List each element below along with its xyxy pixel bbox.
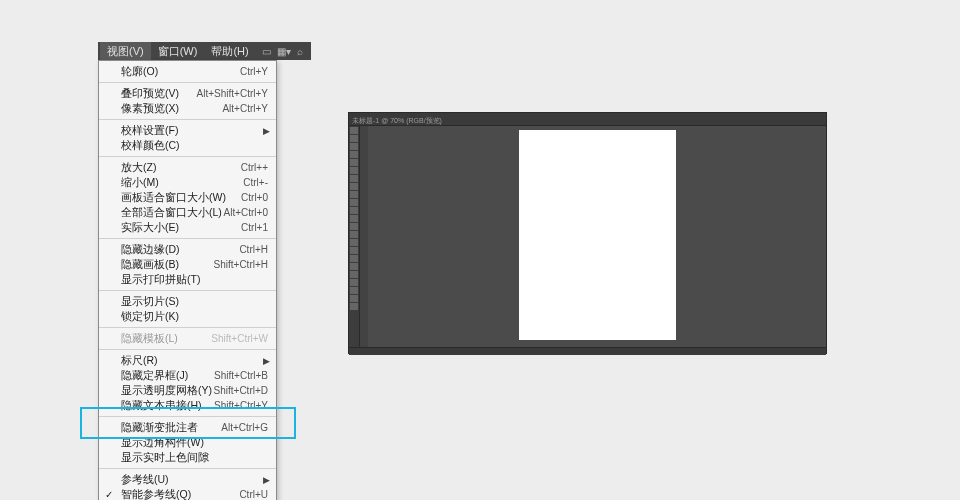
menu-item[interactable]: 显示透明度网格(Y)Shift+Ctrl+D: [99, 383, 276, 398]
menu-item[interactable]: 全部适合窗口大小(L)Alt+Ctrl+0: [99, 205, 276, 220]
menu-item-label: 显示边角构件(W): [121, 436, 268, 450]
menu-item-label: 参考线(U): [121, 473, 268, 487]
menu-item[interactable]: 放大(Z)Ctrl++: [99, 160, 276, 175]
menu-item-label: 隐藏定界框(J): [121, 369, 214, 383]
menu-item[interactable]: 隐藏文本串接(H)Shift+Ctrl+Y: [99, 398, 276, 413]
menu-item-label: 像素预览(X): [121, 102, 222, 116]
canvas-area[interactable]: [368, 126, 826, 347]
view-menu-dropdown: 轮廓(O)Ctrl+Y叠印预览(V)Alt+Shift+Ctrl+Y像素预览(X…: [98, 60, 277, 500]
menu-shortcut: Ctrl+1: [241, 222, 268, 233]
menu-item-label: 隐藏模板(L): [121, 332, 211, 346]
menu-item-label: 轮廓(O): [121, 65, 240, 79]
menu-item-label: 画板适合窗口大小(W): [121, 191, 241, 205]
menu-item[interactable]: 参考线(U)▶: [99, 472, 276, 487]
menu-item-label: 标尺(R): [121, 354, 268, 368]
menubar: 视图(V) 窗口(W) 帮助(H) ▭ ▦▾ ⌕: [98, 42, 311, 60]
menu-item-label: 显示实时上色间隙: [121, 451, 268, 465]
menu-item-label: 全部适合窗口大小(L): [121, 206, 224, 220]
menu-item[interactable]: 隐藏渐变批注者Alt+Ctrl+G: [99, 420, 276, 435]
tools-panel[interactable]: [349, 126, 359, 347]
arrange-icon[interactable]: ▦▾: [277, 46, 291, 57]
menu-item-label: 隐藏画板(B): [121, 258, 214, 272]
menu-item[interactable]: 显示切片(S): [99, 294, 276, 309]
menu-item[interactable]: 锁定切片(K): [99, 309, 276, 324]
menu-item[interactable]: 显示实时上色间隙: [99, 450, 276, 465]
menu-item-label: 隐藏文本串接(H): [121, 399, 214, 413]
menu-item-label: 隐藏渐变批注者: [121, 421, 221, 435]
menu-item: 隐藏模板(L)Shift+Ctrl+W: [99, 331, 276, 346]
menu-shortcut: Alt+Ctrl+0: [224, 207, 268, 218]
submenu-arrow-icon: ▶: [263, 356, 270, 366]
menubar-tools: ▭ ▦▾ ⌕: [256, 46, 309, 57]
menu-item[interactable]: 轮廓(O)Ctrl+Y: [99, 64, 276, 79]
menu-item-label: 智能参考线(Q): [121, 488, 239, 501]
artboard[interactable]: [519, 130, 676, 340]
search-icon[interactable]: ⌕: [297, 46, 303, 57]
submenu-arrow-icon: ▶: [263, 475, 270, 485]
menu-shortcut: Shift+Ctrl+Y: [214, 400, 268, 411]
menu-shortcut: Ctrl+-: [243, 177, 268, 188]
layout-icon[interactable]: ▭: [262, 46, 271, 57]
menu-item-label: 显示打印拼贴(T): [121, 273, 268, 287]
menu-item-label: 校样颜色(C): [121, 139, 268, 153]
menu-item[interactable]: 像素预览(X)Alt+Ctrl+Y: [99, 101, 276, 116]
menu-shortcut: Ctrl+H: [239, 244, 268, 255]
menu-item[interactable]: 隐藏定界框(J)Shift+Ctrl+B: [99, 368, 276, 383]
menu-item-label: 叠印预览(V): [121, 87, 197, 101]
menu-item-label: 放大(Z): [121, 161, 241, 175]
menu-shortcut: Shift+Ctrl+D: [214, 385, 268, 396]
menu-shortcut: Ctrl+0: [241, 192, 268, 203]
submenu-arrow-icon: ▶: [263, 126, 270, 136]
menu-item[interactable]: 校样设置(F)▶: [99, 123, 276, 138]
menu-item[interactable]: 叠印预览(V)Alt+Shift+Ctrl+Y: [99, 86, 276, 101]
menu-item[interactable]: 显示打印拼贴(T): [99, 272, 276, 287]
menu-shortcut: Alt+Ctrl+Y: [222, 103, 268, 114]
menu-shortcut: Ctrl+U: [239, 489, 268, 500]
illustrator-window: 未标题-1 @ 70% (RGB/预览): [348, 112, 827, 354]
menu-shortcut: Ctrl+Y: [240, 66, 268, 77]
menu-item-label: 显示切片(S): [121, 295, 268, 309]
menu-item-label: 缩小(M): [121, 176, 243, 190]
menu-help[interactable]: 帮助(H): [204, 42, 255, 61]
menu-item[interactable]: 隐藏边缘(D)Ctrl+H: [99, 242, 276, 257]
menu-item[interactable]: 隐藏画板(B)Shift+Ctrl+H: [99, 257, 276, 272]
menu-item[interactable]: 标尺(R)▶: [99, 353, 276, 368]
menu-item-label: 显示透明度网格(Y): [121, 384, 214, 398]
menu-view[interactable]: 视图(V): [100, 42, 151, 61]
menu-item[interactable]: ✓智能参考线(Q)Ctrl+U: [99, 487, 276, 500]
menu-item-label: 隐藏边缘(D): [121, 243, 239, 257]
menu-shortcut: Shift+Ctrl+W: [211, 333, 268, 344]
menu-item[interactable]: 实际大小(E)Ctrl+1: [99, 220, 276, 235]
menu-shortcut: Alt+Ctrl+G: [221, 422, 268, 433]
status-bar: [349, 347, 826, 355]
menu-shortcut: Ctrl++: [241, 162, 268, 173]
menu-item-label: 实际大小(E): [121, 221, 241, 235]
menu-window[interactable]: 窗口(W): [151, 42, 205, 61]
left-dock: [359, 126, 368, 347]
menu-shortcut: Alt+Shift+Ctrl+Y: [197, 88, 268, 99]
menu-shortcut: Shift+Ctrl+H: [214, 259, 268, 270]
menu-item[interactable]: 缩小(M)Ctrl+-: [99, 175, 276, 190]
menu-shortcut: Shift+Ctrl+B: [214, 370, 268, 381]
menu-item-label: 锁定切片(K): [121, 310, 268, 324]
document-titlebar: 未标题-1 @ 70% (RGB/预览): [349, 113, 826, 126]
menu-item[interactable]: 显示边角构件(W): [99, 435, 276, 450]
check-icon: ✓: [105, 489, 113, 500]
menu-item[interactable]: 画板适合窗口大小(W)Ctrl+0: [99, 190, 276, 205]
menu-item-label: 校样设置(F): [121, 124, 268, 138]
menu-item[interactable]: 校样颜色(C): [99, 138, 276, 153]
